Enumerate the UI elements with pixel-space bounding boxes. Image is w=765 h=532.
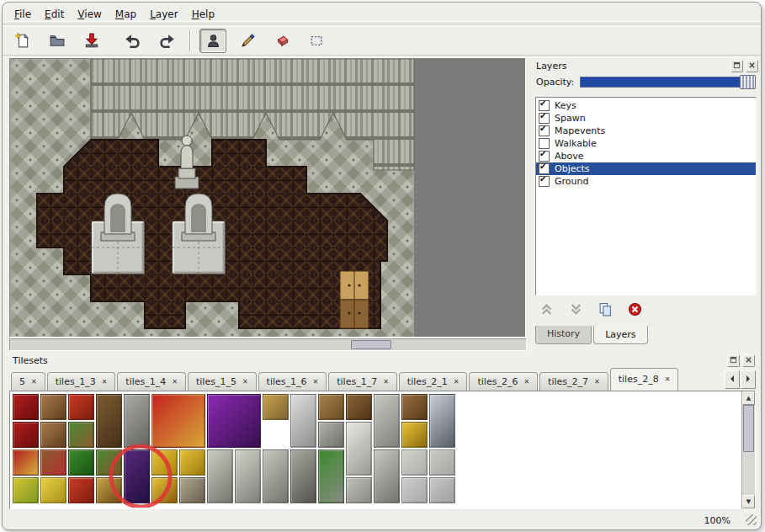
tile-tile-stone-1[interactable] xyxy=(401,450,428,476)
tile-cabinet-wood[interactable] xyxy=(96,394,122,448)
tab-close-icon[interactable]: ✕ xyxy=(594,379,600,386)
tile-gold-nuggets[interactable] xyxy=(179,450,205,476)
move-layer-up-button[interactable] xyxy=(538,302,555,319)
tile-pillar-stone[interactable] xyxy=(374,450,400,503)
delete-layer-button[interactable] xyxy=(626,302,643,319)
tab-scroll-left-button[interactable] xyxy=(725,370,740,389)
tile-key-gold[interactable] xyxy=(151,450,178,476)
tab-scroll-right-button[interactable] xyxy=(741,370,756,389)
opacity-slider[interactable] xyxy=(580,77,756,88)
move-layer-down-button[interactable] xyxy=(567,302,584,319)
tilesets-float-button[interactable] xyxy=(727,354,740,367)
tile-pot-red[interactable] xyxy=(68,394,94,420)
tile-crate-wood[interactable] xyxy=(318,394,344,420)
tile-banner-red[interactable] xyxy=(13,394,39,420)
tab-close-icon[interactable]: ✕ xyxy=(102,379,108,386)
panel-tab-history[interactable]: History xyxy=(535,326,592,344)
tab-close-icon[interactable]: ✕ xyxy=(665,376,671,383)
menu-map[interactable]: Map xyxy=(109,7,143,22)
layer-row-objects[interactable]: Objects xyxy=(536,162,756,175)
tileset-tab-tiles_1_4[interactable]: tiles_1_4✕ xyxy=(117,372,186,391)
tile-obelisk-white[interactable] xyxy=(346,422,372,476)
tile-throne-purple[interactable] xyxy=(207,394,261,448)
tab-close-icon[interactable]: ✕ xyxy=(242,379,248,386)
tile-loom-wood[interactable] xyxy=(40,394,66,420)
layer-visibility-checkbox[interactable] xyxy=(539,151,550,162)
tile-throne-red[interactable] xyxy=(151,394,205,448)
tile-plant-pot[interactable] xyxy=(68,422,94,448)
tile-pot-red-2[interactable] xyxy=(68,477,94,503)
layer-row-spawn[interactable]: Spawn xyxy=(536,112,756,125)
layers-float-button[interactable] xyxy=(730,60,743,72)
selection-tool-button[interactable] xyxy=(303,29,330,53)
tile-plants-green[interactable] xyxy=(68,450,94,476)
layers-close-button[interactable] xyxy=(746,60,758,72)
tile-chest-wood[interactable] xyxy=(401,394,428,420)
layer-visibility-checkbox[interactable] xyxy=(539,125,550,136)
layer-visibility-checkbox[interactable] xyxy=(539,163,550,174)
tab-close-icon[interactable]: ✕ xyxy=(523,379,529,386)
scroll-up-button[interactable]: ▲ xyxy=(742,391,755,405)
new-map-button[interactable] xyxy=(9,29,36,53)
opacity-slider-handle[interactable] xyxy=(740,75,756,89)
redo-button[interactable] xyxy=(153,29,180,53)
tile-gargoyle[interactable] xyxy=(290,450,316,503)
tile-door-gray[interactable] xyxy=(374,394,400,448)
tileset-tab-tiles_2_7[interactable]: tiles_2_7✕ xyxy=(539,372,608,391)
tileset-tab-tiles_1_3[interactable]: tiles_1_3✕ xyxy=(47,372,116,391)
tile-pedestal-stone[interactable] xyxy=(346,477,372,503)
tile-banner-cross[interactable] xyxy=(13,450,39,476)
open-map-button[interactable] xyxy=(44,29,71,53)
tile-handle-gold[interactable] xyxy=(96,477,122,503)
tile-door-white[interactable] xyxy=(290,394,316,448)
tile-banner-yellow[interactable] xyxy=(13,477,39,503)
tile-cabinet-top[interactable] xyxy=(346,394,372,420)
panel-tab-layers[interactable]: Layers xyxy=(593,326,647,344)
layer-row-mapevents[interactable]: Mapevents xyxy=(536,125,756,137)
resize-grip[interactable] xyxy=(746,514,757,525)
tile-pot-green[interactable] xyxy=(96,450,122,476)
tile-plant-vase[interactable] xyxy=(318,450,344,503)
tile-gold-pile[interactable] xyxy=(401,422,428,448)
map-horizontal-scrollbar[interactable] xyxy=(9,338,527,351)
tile-frame-gold[interactable] xyxy=(263,394,289,420)
menu-edit[interactable]: Edit xyxy=(38,7,71,22)
tile-loom-frame[interactable] xyxy=(40,422,66,448)
tile-statue-angel-2[interactable] xyxy=(263,450,289,503)
menu-view[interactable]: View xyxy=(71,7,108,22)
tile-statue-robed[interactable] xyxy=(207,450,233,503)
map-canvas[interactable] xyxy=(9,58,526,338)
tile-armor-knight[interactable] xyxy=(429,394,455,448)
tile-barrel-stone[interactable] xyxy=(318,422,344,448)
tab-close-icon[interactable]: ✕ xyxy=(31,379,37,386)
brush-tool-button[interactable] xyxy=(234,29,261,53)
tilesets-close-button[interactable] xyxy=(742,354,755,367)
menu-file[interactable]: File xyxy=(8,7,38,22)
undo-button[interactable] xyxy=(119,29,146,53)
layer-row-walkable[interactable]: Walkable xyxy=(536,137,756,150)
layer-row-above[interactable]: Above xyxy=(536,150,756,162)
object-tool-button[interactable] xyxy=(199,29,226,53)
tab-close-icon[interactable]: ✕ xyxy=(454,379,460,386)
layer-visibility-checkbox[interactable] xyxy=(539,100,550,111)
tab-close-icon[interactable]: ✕ xyxy=(383,379,389,386)
duplicate-layer-button[interactable] xyxy=(597,302,614,319)
tileset-tab-tiles_2_6[interactable]: tiles_2_6✕ xyxy=(469,372,538,391)
tile-bananas[interactable] xyxy=(40,477,66,503)
scroll-down-button[interactable]: ▼ xyxy=(742,495,755,508)
tile-rock-pile[interactable] xyxy=(179,477,205,503)
tab-close-icon[interactable]: ✕ xyxy=(313,379,319,386)
tileset-tab-tiles_1_6[interactable]: tiles_1_6✕ xyxy=(258,372,327,391)
tile-scepter-gold[interactable] xyxy=(151,477,178,503)
tileset-tab-tiles_2_1[interactable]: tiles_2_1✕ xyxy=(399,372,468,391)
layer-row-keys[interactable]: Keys xyxy=(536,99,756,112)
menu-help[interactable]: Help xyxy=(185,7,221,22)
tile-door-purple[interactable] xyxy=(124,450,150,503)
menu-layer[interactable]: Layer xyxy=(143,7,184,22)
layer-visibility-checkbox[interactable] xyxy=(539,113,550,124)
layer-row-ground[interactable]: Ground xyxy=(536,175,756,188)
tab-close-icon[interactable]: ✕ xyxy=(172,379,178,386)
layer-visibility-checkbox[interactable] xyxy=(539,138,550,149)
tileset-vertical-scrollbar[interactable]: ▲ ▼ xyxy=(741,391,755,508)
scrollbar-thumb[interactable] xyxy=(743,405,754,452)
